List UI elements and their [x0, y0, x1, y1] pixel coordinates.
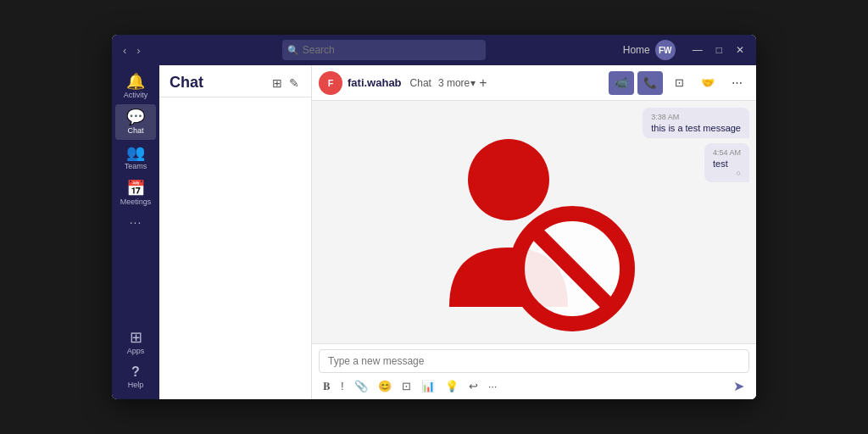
chat-header-tabs: Chat 3 more ▾ + [407, 75, 487, 91]
chevron-down-icon: ▾ [470, 77, 476, 89]
meetings-icon: 📅 [126, 181, 145, 196]
titlebar-search: 🔍 [282, 40, 486, 60]
sidebar-item-label: Teams [125, 162, 147, 170]
teams-icon: 👥 [126, 145, 145, 160]
message-text: this is a test message [651, 123, 741, 133]
apps-icon: ⊞ [130, 330, 142, 345]
contact-name: fati.wahab [348, 76, 402, 89]
panel-actions: ⊞ ✎ [270, 75, 301, 92]
loop-button[interactable]: ↩ [465, 377, 482, 395]
message-status: ○ [713, 169, 741, 177]
message-bubble: 3:38 AM this is a test message [643, 108, 749, 138]
sidebar-item-chat[interactable]: 💬 Chat [115, 104, 156, 140]
sidebar-item-apps[interactable]: ⊞ Apps [115, 325, 156, 360]
search-wrapper: 🔍 [282, 40, 486, 60]
chat-header: F fati.wahab Chat 3 more ▾ + 📹 📞 [312, 65, 756, 101]
priority-button[interactable]: ! [337, 377, 348, 395]
more-options-icon: ⋯ [732, 76, 743, 89]
chat-input-area: 𝐁 ! 📎 😊 ⊡ 📊 💡 ↩ ··· ➤ [312, 343, 756, 399]
send-icon: ➤ [733, 379, 744, 393]
screen-share-button[interactable]: ⊡ [666, 71, 692, 95]
sidebar-item-meetings[interactable]: 📅 Meetings [115, 175, 156, 211]
attach-button[interactable]: 📎 [350, 377, 372, 395]
audio-call-button[interactable]: 📞 [637, 71, 663, 95]
chat-tab[interactable]: Chat [407, 75, 435, 91]
maximize-button[interactable]: □ [711, 42, 727, 58]
emoji-button[interactable]: 😊 [374, 377, 396, 395]
svg-point-0 [468, 139, 549, 220]
sidebar-item-label: Meetings [120, 198, 152, 206]
messages-area: 3:38 AM this is a test message 4:54 AM t… [643, 108, 749, 182]
audio-call-icon: 📞 [643, 76, 657, 89]
titlebar-right: Home FW — □ ✕ [623, 40, 749, 60]
add-people-icon: 🤝 [701, 76, 715, 89]
more-tools-button[interactable]: ··· [484, 377, 502, 395]
activity-icon: 🔔 [126, 74, 145, 89]
sidebar: 🔔 Activity 💬 Chat 👥 Teams 📅 Meetings ···… [112, 65, 159, 399]
more-tabs-label: 3 more [438, 77, 470, 89]
message-bubble: 4:54 AM test ○ [704, 143, 749, 182]
input-toolbar: 𝐁 ! 📎 😊 ⊡ 📊 💡 ↩ ··· ➤ [319, 376, 749, 396]
message-text: test [713, 159, 741, 169]
screen-share-icon: ⊡ [675, 76, 684, 89]
titlebar-nav: ‹ › [119, 42, 145, 58]
help-icon: ? [131, 365, 140, 379]
search-icon: 🔍 [287, 45, 299, 56]
chat-icon: 💬 [126, 109, 145, 125]
message-time: 4:54 AM [713, 148, 741, 157]
video-call-icon: 📹 [615, 76, 628, 89]
app-window: ‹ › 🔍 Home FW — □ ✕ 🔔 Activity [112, 35, 756, 399]
message-input[interactable] [319, 349, 749, 373]
blocked-user-icon [424, 112, 644, 332]
more-tabs-button[interactable]: 3 more ▾ [438, 77, 476, 89]
avatar: FW [655, 40, 676, 60]
panel-title: Chat [170, 74, 203, 92]
add-tab-button[interactable]: + [479, 75, 487, 91]
sidebar-item-help[interactable]: ? Help [115, 360, 156, 394]
sidebar-item-more[interactable]: ··· [115, 211, 156, 233]
edit-button[interactable]: ✎ [287, 75, 301, 92]
sticker-button[interactable]: 📊 [417, 377, 439, 395]
more-options-button[interactable]: ⋯ [724, 71, 749, 95]
header-actions: 📹 📞 ⊡ 🤝 ⋯ [609, 71, 749, 95]
close-button[interactable]: ✕ [731, 42, 749, 58]
chat-main: F fati.wahab Chat 3 more ▾ + 📹 📞 [312, 65, 756, 399]
titlebar: ‹ › 🔍 Home FW — □ ✕ [112, 35, 756, 65]
sidebar-bottom: ⊞ Apps ? Help [115, 325, 156, 399]
send-button[interactable]: ➤ [728, 376, 749, 396]
panel-list: Chat ⊞ ✎ [159, 65, 312, 399]
more-icon: ··· [130, 216, 142, 228]
message-time: 3:38 AM [651, 113, 741, 121]
sidebar-item-label: Help [128, 381, 144, 389]
sidebar-item-activity[interactable]: 🔔 Activity [115, 69, 156, 104]
sidebar-item-label: Activity [124, 91, 148, 99]
contact-avatar: F [319, 71, 342, 95]
filter-button[interactable]: ⊞ [270, 75, 284, 92]
add-people-button[interactable]: 🤝 [695, 71, 721, 95]
minimize-button[interactable]: — [687, 42, 708, 58]
titlebar-left: ‹ › [119, 42, 145, 58]
sidebar-item-label: Chat [127, 126, 143, 135]
chat-body: 3:38 AM this is a test message 4:54 AM t… [312, 101, 756, 343]
window-controls: — □ ✕ [687, 42, 749, 58]
home-label: Home [623, 44, 650, 56]
back-button[interactable]: ‹ [119, 42, 131, 58]
sidebar-item-teams[interactable]: 👥 Teams [115, 140, 156, 175]
format-button[interactable]: 𝐁 [319, 377, 335, 396]
video-call-button[interactable]: 📹 [609, 71, 634, 95]
search-input[interactable] [282, 40, 486, 60]
app-body: 🔔 Activity 💬 Chat 👥 Teams 📅 Meetings ···… [112, 65, 756, 399]
sidebar-item-label: Apps [127, 347, 145, 355]
meeting-button[interactable]: 💡 [441, 377, 463, 395]
panel-header: Chat ⊞ ✎ [159, 65, 311, 97]
forward-button[interactable]: › [132, 42, 144, 58]
giphy-button[interactable]: ⊡ [398, 377, 415, 395]
